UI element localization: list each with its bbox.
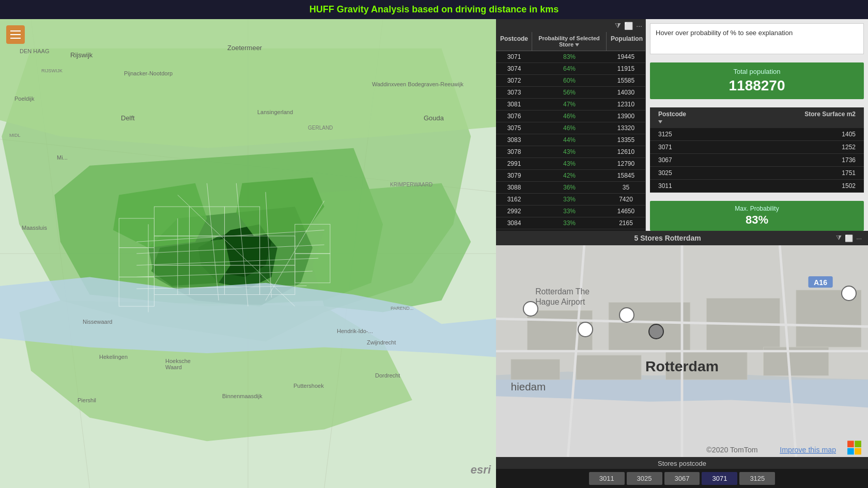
table-row[interactable]: 3088 36% 35: [496, 182, 645, 194]
cell-probability: 64%: [532, 63, 607, 74]
max-probability-box: Max. Probability 83%: [650, 201, 864, 231]
cell-probability: 46%: [532, 122, 607, 134]
cell-population: 2165: [607, 217, 645, 229]
info-section: Hover over probability of % to see expla…: [646, 19, 868, 231]
cell-probability: 47%: [532, 99, 607, 110]
svg-text:Rotterdam: Rotterdam: [645, 358, 719, 374]
store-surface-row[interactable]: 3011 1502: [650, 180, 864, 193]
total-population-label: Total population: [658, 68, 856, 75]
svg-text:Hague Airport: Hague Airport: [535, 297, 585, 306]
table-row[interactable]: 3078 43% 12610: [496, 146, 645, 158]
th-probability[interactable]: Probability of Selected Store: [532, 32, 607, 51]
store-circle-1[interactable]: [523, 301, 538, 317]
svg-rect-72: [847, 448, 854, 455]
postcode-button-3025[interactable]: 3025: [627, 472, 662, 485]
cell-population: 19445: [607, 51, 645, 62]
table-row[interactable]: 3073 56% 14030: [496, 87, 645, 99]
th-postcode[interactable]: Postcode: [496, 32, 532, 51]
postcode-button-3067[interactable]: 3067: [664, 472, 700, 485]
store-circle-3[interactable]: [619, 307, 634, 323]
cell-population: 15585: [607, 75, 645, 86]
cell-probability: 43%: [532, 146, 607, 158]
cell-postcode: 3071: [496, 51, 532, 62]
table-body: 3071 83% 19445 3074 64% 11915 3072 60% 1…: [496, 51, 645, 231]
store-circle-selected[interactable]: [648, 324, 664, 339]
ss-cell-surface: 1252: [695, 143, 860, 152]
table-row[interactable]: 2992 33% 14650: [496, 206, 645, 217]
table-row[interactable]: 3074 64% 11915: [496, 63, 645, 75]
cell-postcode: 3088: [496, 182, 532, 193]
minimap-filter-icon[interactable]: ⧩: [836, 234, 842, 242]
store-surface-row[interactable]: 3067 1736: [650, 154, 864, 167]
ss-cell-surface: 1405: [695, 130, 860, 139]
ss-cell-surface: 1502: [695, 181, 860, 191]
ss-th-surface: Store Surface m2: [695, 109, 860, 126]
max-probability-value: 83%: [658, 213, 856, 227]
table-row[interactable]: 3081 47% 12310: [496, 99, 645, 111]
svg-text:Rotterdam The: Rotterdam The: [535, 287, 590, 296]
expand-icon[interactable]: ⬜: [624, 22, 633, 30]
cell-probability: 56%: [532, 87, 607, 98]
store-circle-5[interactable]: [841, 286, 857, 301]
postcode-button-3125[interactable]: 3125: [739, 472, 775, 485]
table-row[interactable]: 3075 46% 13320: [496, 122, 645, 134]
cell-population: 13320: [607, 122, 645, 134]
cell-postcode: 3084: [496, 217, 532, 229]
cell-probability: 33%: [532, 206, 607, 217]
postcode-button-3011[interactable]: 3011: [589, 472, 625, 485]
ss-cell-surface: 1751: [695, 168, 860, 178]
table-row[interactable]: 3079 42% 15845: [496, 170, 645, 182]
store-surface-row[interactable]: 3025 1751: [650, 167, 864, 180]
cell-probability: 43%: [532, 158, 607, 169]
table-row[interactable]: 3076 46% 13900: [496, 111, 645, 122]
postcode-buttons: 30113025306730713125: [496, 469, 868, 488]
store-surface-row[interactable]: 3125 1405: [650, 128, 864, 141]
minimap-more-icon[interactable]: ···: [856, 234, 862, 242]
th-population[interactable]: Population: [607, 32, 645, 51]
table-row[interactable]: 3072 60% 15585: [496, 75, 645, 87]
cell-postcode: 2992: [496, 206, 532, 217]
cell-postcode: 3162: [496, 194, 532, 205]
cell-probability: 33%: [532, 217, 607, 229]
cell-postcode: 3083: [496, 134, 532, 146]
postcode-button-3071[interactable]: 3071: [702, 472, 737, 485]
cell-population: 12790: [607, 158, 645, 169]
cell-probability: 36%: [532, 182, 607, 193]
store-circle-2[interactable]: [578, 322, 593, 337]
svg-rect-71: [855, 440, 861, 447]
table-section: ⧩ ⬜ ··· Postcode Probability of Selected…: [496, 19, 646, 231]
minimap-canvas[interactable]: A16 Rotterdam hiedam Rotterdam The Hague…: [496, 245, 868, 457]
table-row[interactable]: 3083 44% 13355: [496, 134, 645, 146]
cell-population: 12310: [607, 99, 645, 110]
svg-rect-53: [511, 359, 560, 380]
cell-postcode: 3078: [496, 146, 532, 158]
hamburger-line: [10, 30, 21, 32]
more-icon[interactable]: ···: [636, 22, 642, 30]
total-population-box: Total population 1188270: [650, 62, 864, 99]
table-row[interactable]: 3084 33% 2165: [496, 217, 645, 229]
hamburger-button[interactable]: [6, 25, 25, 44]
cell-postcode: 2991: [496, 158, 532, 169]
cell-probability: 42%: [532, 170, 607, 181]
svg-text:Improve this map: Improve this map: [780, 446, 836, 454]
table-header: Postcode Probability of Selected Store P…: [496, 32, 645, 51]
ss-cell-surface: 1736: [695, 155, 860, 165]
cell-population: 15845: [607, 170, 645, 181]
cell-postcode: 3075: [496, 122, 532, 134]
ss-cell-postcode: 3125: [654, 130, 695, 139]
table-row[interactable]: 3071 83% 19445: [496, 51, 645, 63]
svg-text:hiedam: hiedam: [511, 381, 546, 392]
minimap-title: 5 Stores Rotterdam: [502, 234, 833, 242]
page-title: HUFF Gravity Analysis based on driving d…: [309, 4, 559, 14]
map-area[interactable]: Rijswijk DEN HAAG Zoetermeer Pijnacker-N…: [0, 19, 496, 488]
store-surface-row[interactable]: 3071 1252: [650, 141, 864, 154]
svg-text:A16: A16: [814, 278, 827, 287]
minimap-expand-icon[interactable]: ⬜: [845, 234, 853, 242]
cell-probability: 46%: [532, 111, 607, 122]
cell-population: 11915: [607, 63, 645, 74]
table-row[interactable]: 2991 43% 12790: [496, 158, 645, 170]
right-panel: ⧩ ⬜ ··· Postcode Probability of Selected…: [496, 19, 868, 488]
table-row[interactable]: 3162 33% 7420: [496, 194, 645, 206]
filter-icon[interactable]: ⧩: [615, 21, 621, 30]
cell-probability: 44%: [532, 134, 607, 146]
